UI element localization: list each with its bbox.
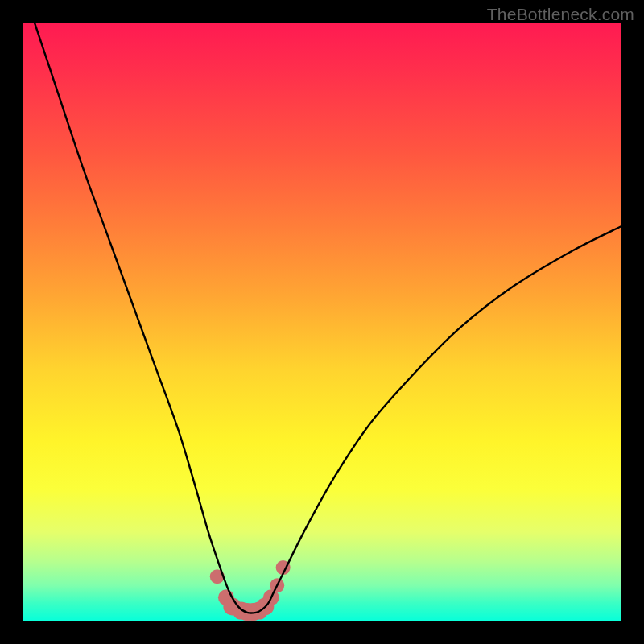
bottleneck-curve	[35, 23, 621, 613]
watermark-text: TheBottleneck.com	[487, 5, 634, 24]
plot-area	[23, 23, 621, 621]
curve-svg	[23, 23, 621, 621]
chart-frame: TheBottleneck.com	[0, 0, 644, 644]
highlight-markers	[210, 560, 291, 621]
